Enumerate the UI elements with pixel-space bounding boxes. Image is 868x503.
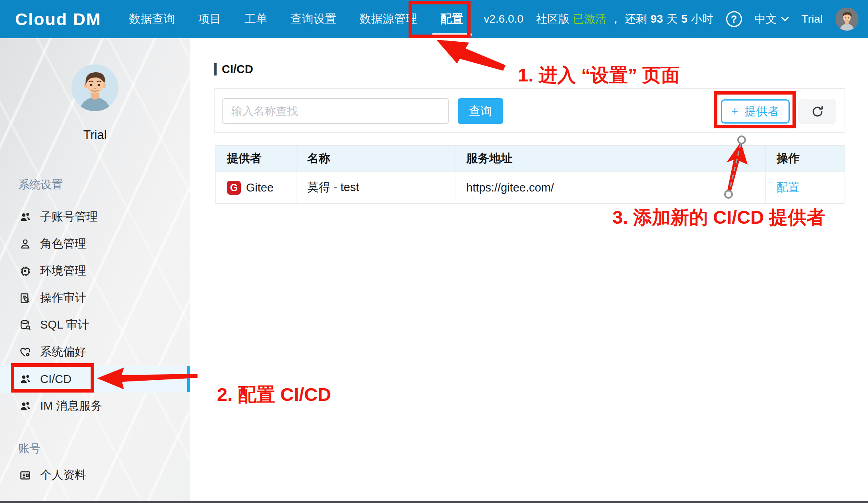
- language-switcher[interactable]: 中文: [755, 12, 789, 27]
- configure-link[interactable]: 配置: [777, 180, 800, 195]
- nav-item-data-query[interactable]: 数据查询: [129, 0, 175, 38]
- edition-label: 社区版: [536, 12, 570, 27]
- column-header-provider: 提供者: [216, 146, 296, 171]
- document-search-icon: [19, 292, 31, 304]
- name-cell: 莫得 - test: [296, 172, 455, 203]
- chip-icon: [19, 265, 31, 277]
- page-title-row: CI/CD: [214, 63, 253, 76]
- actions-cell: 配置: [765, 172, 845, 203]
- service-url-cell: https://gitee.com/: [455, 172, 765, 203]
- search-input[interactable]: [222, 98, 449, 124]
- sidebar-item-operation-audit[interactable]: 操作审计: [0, 284, 190, 311]
- refresh-icon: [810, 104, 825, 119]
- chevron-down-icon: [781, 16, 789, 22]
- title-accent-bar: [214, 63, 217, 75]
- sidebar-item-environment-management[interactable]: 环境管理: [0, 257, 190, 284]
- people-icon: [19, 373, 31, 385]
- activated-label: 已激活: [573, 12, 606, 27]
- nav-item-settings[interactable]: 配置: [440, 0, 463, 38]
- sidebar-item-role-management[interactable]: 角色管理: [0, 230, 190, 257]
- heart-gear-icon: [19, 346, 31, 358]
- sidebar-item-system-preferences[interactable]: 系统偏好: [0, 339, 190, 366]
- license-status: 社区版 已激活 ， 还剩 93 天 5 小时: [536, 12, 713, 27]
- user-avatar[interactable]: [835, 8, 858, 31]
- plus-icon: +: [732, 105, 738, 118]
- navbar-right: v2.6.0.0 社区版 已激活 ， 还剩 93 天 5 小时 ? 中文 Tri…: [484, 8, 868, 31]
- column-header-actions: 操作: [765, 146, 845, 171]
- table-row: G Gitee 莫得 - test https://gitee.com/ 配置: [216, 171, 845, 203]
- sidebar-item-cicd[interactable]: CI/CD: [0, 366, 190, 393]
- people-icon: [19, 400, 31, 412]
- add-provider-button[interactable]: + 提供者: [721, 99, 790, 124]
- people-icon: [19, 211, 31, 223]
- column-header-name: 名称: [296, 146, 455, 171]
- days-remaining: 93: [651, 13, 663, 25]
- nav-item-datasource[interactable]: 数据源管理: [360, 0, 417, 38]
- main-content: CI/CD 查询 + 提供者 提供者 名称 服务地址 操作 G Gitee: [190, 38, 868, 501]
- page-title: CI/CD: [222, 63, 253, 76]
- bottom-edge-strip: [0, 501, 868, 503]
- avatar-cartoon-icon: [835, 8, 858, 31]
- provider-cell: G Gitee: [216, 172, 296, 203]
- provider-name: Gitee: [246, 181, 273, 194]
- nav-item-projects[interactable]: 项目: [198, 0, 221, 38]
- profile-avatar: [72, 64, 118, 111]
- avatar-cartoon-icon: [72, 64, 118, 111]
- refresh-button[interactable]: [798, 99, 836, 124]
- sidebar-item-profile[interactable]: 个人资料: [0, 462, 190, 489]
- sidebar: Trial 系统设置 子账号管理 角色管理 环境管理 操作审计 SQL 审计 系…: [0, 38, 190, 501]
- nav-item-query-settings[interactable]: 查询设置: [291, 0, 337, 38]
- database-search-icon: [19, 319, 31, 331]
- toolbar-card: 查询 + 提供者: [214, 88, 845, 133]
- sidebar-item-sub-account-management[interactable]: 子账号管理: [0, 203, 190, 230]
- id-card-icon: [19, 469, 31, 482]
- gitee-logo-icon: G: [227, 181, 241, 195]
- account-menu: 个人资料: [0, 462, 190, 489]
- username-label: Trial: [802, 13, 823, 25]
- table-header-row: 提供者 名称 服务地址 操作: [216, 146, 845, 171]
- section-title-account: 账号: [18, 441, 41, 456]
- providers-table: 提供者 名称 服务地址 操作 G Gitee 莫得 - test https:/…: [215, 145, 845, 204]
- sidebar-item-im-message-service[interactable]: IM 消息服务: [0, 393, 190, 420]
- person-outline-icon: [19, 238, 31, 250]
- hours-remaining: 5: [681, 13, 688, 25]
- version-label: v2.6.0.0: [484, 13, 523, 25]
- main-nav: 数据查询 项目 工单 查询设置 数据源管理 配置: [129, 0, 463, 38]
- profile-name: Trial: [0, 128, 190, 142]
- section-title-system-settings: 系统设置: [18, 177, 63, 192]
- sidebar-item-sql-audit[interactable]: SQL 审计: [0, 311, 190, 339]
- nav-item-tickets[interactable]: 工单: [244, 0, 267, 38]
- system-settings-menu: 子账号管理 角色管理 环境管理 操作审计 SQL 审计 系统偏好 CI/CD: [0, 203, 190, 420]
- top-navbar: Cloud DM 数据查询 项目 工单 查询设置 数据源管理 配置 v2.6.0…: [0, 0, 868, 38]
- column-header-service-url: 服务地址: [455, 146, 765, 171]
- app-logo: Cloud DM: [15, 10, 101, 29]
- search-button[interactable]: 查询: [458, 98, 503, 124]
- help-icon[interactable]: ?: [726, 11, 742, 27]
